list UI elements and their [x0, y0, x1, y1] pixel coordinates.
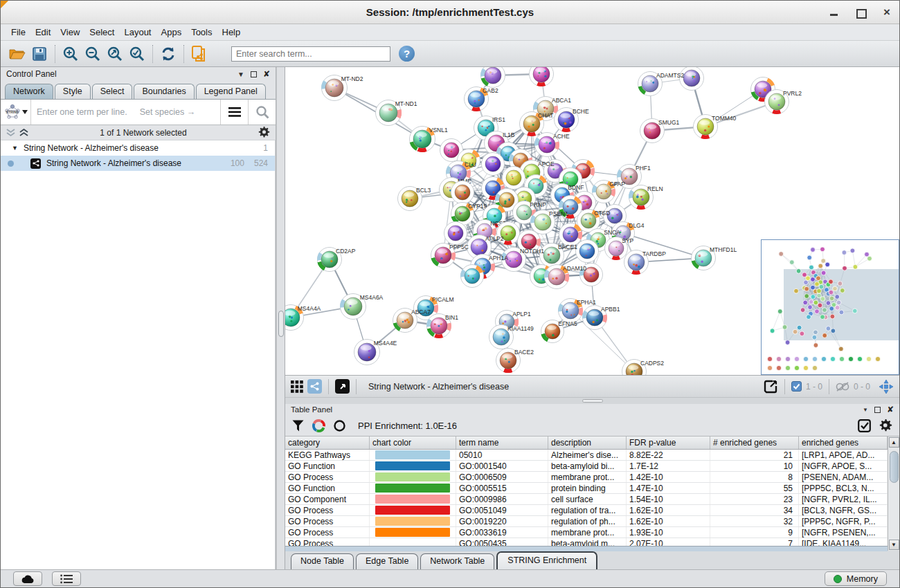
column-header-enriched-genes[interactable]: # enriched genes	[710, 437, 799, 449]
panel-close-icon[interactable]: ✘	[263, 69, 270, 79]
scroll-down-icon[interactable]: ▼	[889, 540, 899, 550]
share-network-icon[interactable]	[307, 379, 322, 394]
refresh-button[interactable]	[157, 44, 179, 64]
network-tree-row[interactable]: ▼String Network - Alzheimer's disease1	[1, 140, 275, 156]
collapse-all-icon[interactable]	[6, 129, 15, 137]
network-canvas[interactable]: ADAMTS2MT-ND2GAB2PVRL2ABCA1MT-ND1BCHECHA…	[285, 67, 899, 375]
string-search-button[interactable]	[248, 100, 276, 125]
zoom-fit-button[interactable]	[104, 44, 126, 64]
tab-network-table[interactable]: Network Table	[420, 553, 494, 569]
horizontal-splitter[interactable]	[285, 397, 899, 404]
table-row[interactable]: KEGG Pathways05010Alzheimer's dise...8.8…	[285, 450, 888, 461]
network-node[interactable]: CD2AP	[318, 248, 356, 272]
network-node[interactable]	[503, 167, 525, 190]
tab-string-enrichment[interactable]: STRING Enrichment	[496, 551, 597, 569]
title-bar[interactable]: Session: /tmp/enrichmentTest.cys ×	[1, 1, 899, 24]
menu-file[interactable]: File	[6, 26, 30, 39]
ring-chart-icon[interactable]	[334, 420, 345, 432]
open-session-button[interactable]	[6, 44, 28, 64]
column-header-category[interactable]: category	[285, 437, 370, 449]
network-node[interactable]: ADAMTS2	[638, 72, 685, 96]
scrollbar-thumb[interactable]	[890, 451, 899, 483]
minimize-button[interactable]	[829, 7, 840, 18]
export-network-icon[interactable]	[763, 379, 778, 394]
column-header-FDR-p-value[interactable]: FDR p-value	[627, 437, 710, 449]
menu-help[interactable]: Help	[217, 26, 246, 39]
tab-select[interactable]: Select	[92, 84, 133, 99]
gear-icon[interactable]	[258, 127, 270, 138]
network-node[interactable]: MT-ND2	[322, 75, 363, 101]
table-row[interactable]: GO FunctionGO:0001540beta-amyloid bi...1…	[285, 461, 888, 472]
panel-collapse-icon[interactable]: ▼	[863, 407, 868, 413]
scroll-up-icon[interactable]: ▲	[889, 437, 899, 448]
chart-settings-icon[interactable]	[312, 419, 325, 432]
network-node[interactable]: CADPS2	[622, 360, 665, 376]
vertical-scrollbar[interactable]: ▲ ▼	[888, 437, 899, 551]
network-node[interactable]: PPP5C	[431, 244, 469, 268]
set-species-label[interactable]: Set species →	[140, 107, 196, 117]
zoom-out-button[interactable]	[82, 44, 104, 64]
task-history-button[interactable]	[13, 571, 42, 586]
network-node[interactable]: SMUG1	[640, 119, 680, 143]
column-header-chart-color[interactable]: chart color	[370, 437, 456, 449]
splitter-handle[interactable]	[582, 399, 603, 403]
tab-legend-panel[interactable]: Legend Panel	[196, 84, 266, 99]
tree-expand-icon[interactable]: ▼	[12, 145, 18, 151]
network-node[interactable]: MS4A4E	[354, 340, 397, 365]
tab-edge-table[interactable]: Edge Table	[356, 553, 418, 569]
memory-button[interactable]: Memory	[825, 571, 887, 586]
tab-boundaries[interactable]: Boundaries	[134, 84, 194, 99]
select-rows-icon[interactable]	[858, 419, 871, 432]
horizontal-scrollbar[interactable]	[285, 546, 888, 551]
enrichment-table[interactable]: categorychart colorterm namedescriptionF…	[285, 437, 888, 551]
tab-network[interactable]: Network	[5, 84, 53, 99]
network-node[interactable]: PVRL2	[765, 90, 802, 114]
string-protein-query-selector[interactable]: STRING	[1, 100, 31, 125]
column-header-enriched-genes[interactable]: enriched genes	[799, 437, 888, 449]
network-node[interactable]: TARDBP	[624, 250, 667, 275]
network-node[interactable]	[559, 223, 582, 246]
menu-layout[interactable]: Layout	[119, 26, 156, 39]
menu-apps[interactable]: Apps	[156, 26, 187, 39]
table-row[interactable]: GO ProcessGO:0006509membrane prot...1.42…	[285, 472, 888, 483]
menu-tools[interactable]: Tools	[186, 26, 217, 39]
zoom-in-button[interactable]	[60, 44, 82, 64]
panel-collapse-icon[interactable]: ▼	[237, 71, 244, 78]
network-clipboard-button[interactable]	[188, 44, 210, 64]
network-tree-row[interactable]: String Network - Alzheimer's disease1005…	[1, 156, 275, 171]
save-session-button[interactable]	[28, 44, 51, 64]
network-node[interactable]	[482, 153, 505, 176]
panel-close-icon[interactable]: ✘	[887, 405, 894, 414]
menu-select[interactable]: Select	[84, 26, 119, 39]
open-in-window-icon[interactable]	[335, 379, 350, 394]
birdseye-view[interactable]	[761, 239, 899, 375]
network-node[interactable]	[444, 222, 467, 245]
table-row[interactable]: GO ComponentGO:0009986cell surface1.54E-…	[285, 494, 888, 505]
network-node[interactable]: ABCA7	[393, 309, 431, 333]
network-node[interactable]: BCL3	[398, 187, 431, 211]
network-node[interactable]: BACE1	[540, 244, 578, 268]
network-node[interactable]: TOMM40	[694, 115, 737, 139]
filter-icon[interactable]	[292, 420, 304, 432]
splitter-handle[interactable]	[278, 311, 284, 337]
network-node[interactable]: EFNA5	[541, 320, 577, 343]
network-node[interactable]: MS4A4A	[285, 305, 321, 331]
maximize-button[interactable]	[855, 7, 866, 18]
network-node[interactable]: ACHE	[535, 133, 570, 157]
close-button[interactable]: ×	[881, 7, 892, 18]
network-node[interactable]	[481, 67, 505, 88]
tab-style[interactable]: Style	[55, 84, 91, 99]
network-node[interactable]: MS4A6A	[341, 294, 384, 320]
menu-view[interactable]: View	[55, 26, 84, 39]
network-node[interactable]: RELN	[629, 185, 663, 210]
network-node[interactable]: MTHFD1L	[692, 246, 737, 270]
column-header-term-name[interactable]: term name	[456, 437, 548, 449]
network-node[interactable]	[576, 240, 599, 263]
panel-float-icon[interactable]	[251, 71, 257, 77]
menu-edit[interactable]: Edit	[30, 26, 55, 39]
expand-all-icon[interactable]	[19, 129, 28, 137]
network-node[interactable]: GAB2	[465, 87, 498, 111]
table-row[interactable]: GO ProcessGO:0051049regulation of tra...…	[285, 505, 888, 516]
network-node[interactable]: BACE2	[496, 349, 534, 373]
tab-node-table[interactable]: Node Table	[291, 553, 354, 569]
